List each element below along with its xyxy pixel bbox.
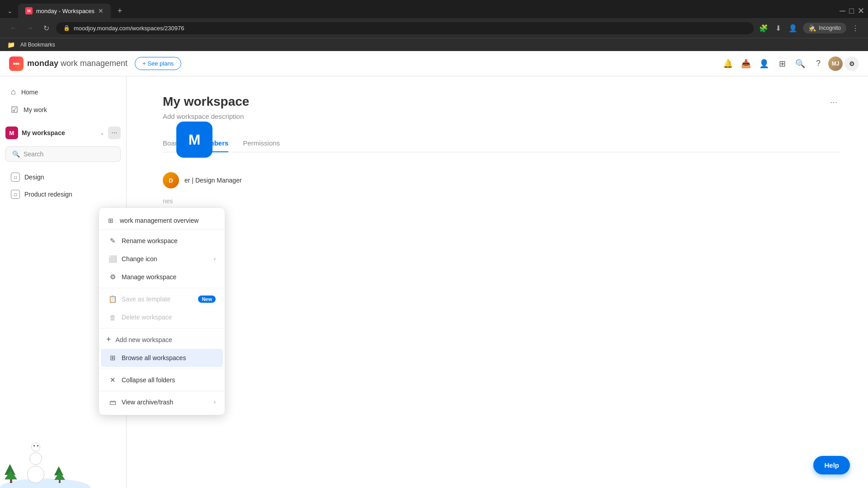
search-box-icon: 🔍: [12, 150, 20, 158]
add-workspace-item[interactable]: + Add new workspace: [99, 330, 225, 349]
change-icon-arrow: ›: [214, 256, 216, 262]
design-item-icon: □: [11, 173, 20, 182]
see-plans-button[interactable]: + See plans: [135, 57, 181, 70]
refresh-button[interactable]: ↻: [40, 22, 52, 34]
invite-people-icon[interactable]: 👤: [756, 56, 772, 72]
save-template-label: Save as template: [122, 296, 170, 303]
workspace-initial: M: [9, 130, 14, 136]
profile-icon[interactable]: 👤: [787, 22, 799, 34]
menu-button[interactable]: ⋮: [850, 22, 861, 34]
forward-button[interactable]: →: [24, 22, 36, 34]
bell-icon[interactable]: 🔔: [720, 56, 736, 72]
tab-permissions[interactable]: Permissions: [243, 135, 280, 152]
app: monday work management + See plans 🔔 📥 👤…: [0, 51, 868, 488]
home-nav-item[interactable]: ⌂ Home: [5, 84, 121, 100]
manage-icon: ⚙: [108, 272, 117, 282]
search-icon[interactable]: 🔍: [792, 56, 808, 72]
new-tab-button[interactable]: +: [113, 4, 127, 18]
tab-favicon: M: [25, 7, 33, 14]
download-icon[interactable]: ⬇: [774, 22, 783, 34]
menu-header-label: work management overview: [120, 217, 198, 224]
delete-icon: 🗑: [108, 313, 117, 322]
active-tab[interactable]: M monday - Workspaces ✕: [18, 4, 111, 18]
sidebar-item-product-redesign[interactable]: □ Product redesign: [5, 186, 121, 202]
members-note: nes: [163, 197, 841, 205]
rename-workspace-item[interactable]: ✎ Rename workspace: [101, 232, 223, 250]
member-name: er | Design Manager: [184, 177, 242, 184]
logo-icon: [9, 56, 24, 71]
design-item-label: Design: [24, 174, 44, 181]
search-box[interactable]: 🔍 Search: [5, 146, 121, 162]
incognito-badge: 🕵 Incognito: [803, 23, 846, 33]
members-content: D er | Design Manager nes: [163, 167, 841, 205]
members-row: D er | Design Manager: [163, 167, 841, 194]
tab-group-nav[interactable]: ⌄: [4, 5, 16, 17]
tree-left: [5, 464, 17, 483]
svg-point-2: [17, 62, 19, 65]
back-button[interactable]: ←: [7, 22, 20, 34]
browse-workspaces-item[interactable]: ⊞ Browse all workspaces: [101, 349, 223, 367]
help-button[interactable]: Help: [813, 456, 850, 474]
browse-label: Browse all workspaces: [122, 354, 186, 361]
bookmarks-icon: 📁: [7, 41, 15, 48]
content-area: My workspace ··· Add workspace descripti…: [136, 76, 868, 488]
product-redesign-item-icon: □: [11, 190, 20, 199]
manage-workspace-item[interactable]: ⚙ Manage workspace: [101, 268, 223, 286]
menu-header-item[interactable]: ⊞ work management overview: [99, 211, 225, 230]
inbox-icon[interactable]: 📥: [738, 56, 754, 72]
svg-point-0: [13, 62, 15, 65]
sidebar-item-design[interactable]: □ Design: [5, 169, 121, 185]
workspace-description: Add workspace description: [163, 113, 841, 120]
collapse-folders-item[interactable]: ✕ Collapse all folders: [101, 371, 223, 389]
sidebar-items: □ Design □ Product redesign: [0, 165, 126, 207]
nav-actions: 🧩 ⬇ 👤 🕵 Incognito ⋮: [757, 22, 861, 34]
minimize-button[interactable]: ─: [840, 6, 845, 16]
my-work-nav-item[interactable]: ☑ My work: [5, 101, 121, 118]
nav-bar: ← → ↻ 🔒 moodjoy.monday.com/workspaces/23…: [0, 18, 868, 38]
workspace-header[interactable]: M My workspace ⌄ ···: [0, 123, 126, 143]
header-icons: 🔔 📥 👤 ⊞ 🔍 ? MJ ⚙: [720, 56, 859, 72]
member-avatar: D: [163, 172, 179, 188]
view-archive-item[interactable]: 🗃 View archive/trash ›: [101, 393, 223, 411]
snowman-area: [0, 442, 126, 488]
help-icon[interactable]: ?: [810, 56, 826, 72]
all-bookmarks-link[interactable]: All Bookmarks: [17, 40, 59, 49]
collapse-label: Collapse all folders: [122, 376, 175, 384]
maximize-button[interactable]: □: [849, 6, 854, 16]
save-template-icon: 📋: [108, 295, 117, 304]
snowman-figure: [27, 442, 44, 483]
logo-monday: monday: [27, 59, 58, 68]
extensions-icon[interactable]: 🧩: [757, 22, 770, 34]
close-button[interactable]: ✕: [858, 6, 864, 16]
delete-workspace-item[interactable]: 🗑 Delete workspace: [101, 308, 223, 326]
archive-label: View archive/trash: [122, 399, 173, 406]
menu-header-icon: ⊞: [106, 216, 115, 225]
sidebar-nav: ⌂ Home ☑ My work: [0, 80, 126, 123]
workspace-more-button-content[interactable]: ···: [826, 94, 841, 109]
browser-chrome: ⌄ M monday - Workspaces ✕ + ─ □ ✕ ← → ↻ …: [0, 0, 868, 51]
marketplace-icon[interactable]: ⊞: [774, 56, 790, 72]
main-content: ⌂ Home ☑ My work M My workspace ⌄ ··· �: [0, 76, 868, 488]
change-icon-icon: ⬜: [108, 254, 117, 263]
archive-icon: 🗃: [108, 398, 117, 407]
tab-title: monday - Workspaces: [36, 8, 94, 14]
add-workspace-label: Add new workspace: [116, 336, 172, 343]
settings-icon[interactable]: ⚙: [844, 56, 859, 71]
rename-icon: ✎: [108, 236, 117, 245]
svg-point-1: [15, 62, 18, 65]
delete-label: Delete workspace: [122, 314, 172, 321]
my-work-icon: ☑: [11, 105, 18, 115]
workspace-more-button[interactable]: ···: [108, 127, 121, 139]
change-icon-item[interactable]: ⬜ Change icon ›: [101, 250, 223, 268]
collapse-icon: ✕: [108, 375, 117, 385]
avatar[interactable]: MJ: [828, 56, 843, 71]
menu-divider-2: [99, 328, 225, 328]
context-menu: ⊞ work management overview ✎ Rename work…: [99, 207, 225, 415]
address-bar[interactable]: 🔒 moodjoy.monday.com/workspaces/230976: [56, 22, 754, 34]
save-template-item[interactable]: 📋 Save as template New: [101, 290, 223, 308]
search-placeholder-text: Search: [24, 150, 43, 158]
bookmarks-bar: 📁 All Bookmarks: [0, 38, 868, 51]
address-text: moodjoy.monday.com/workspaces/230976: [74, 25, 184, 32]
tab-close-button[interactable]: ✕: [98, 7, 104, 14]
menu-divider-4: [99, 391, 225, 391]
